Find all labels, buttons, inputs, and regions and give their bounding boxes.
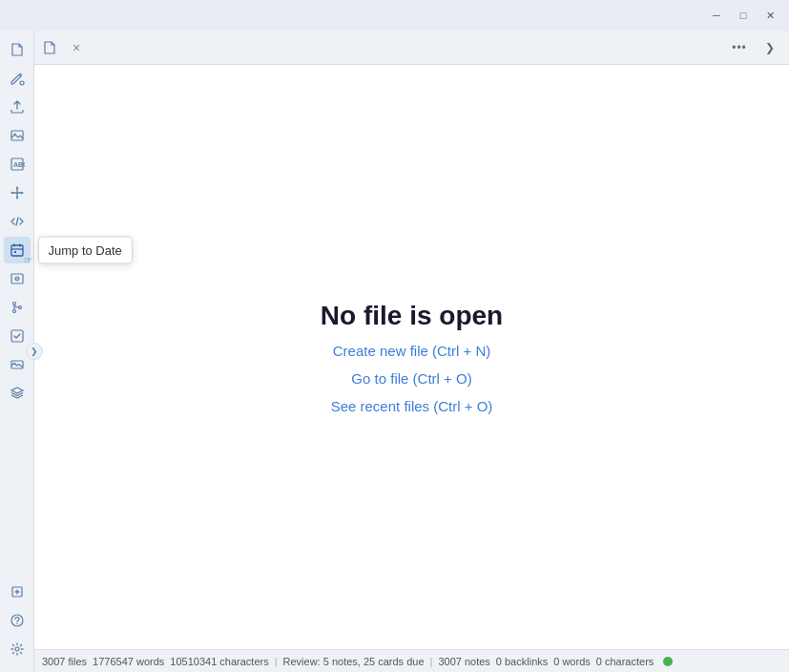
- no-file-title: No file is open: [321, 301, 503, 331]
- collapse-panel-button[interactable]: ❯: [758, 36, 781, 59]
- status-words2: 0 words: [553, 656, 591, 667]
- main-layout: ABC: [0, 31, 789, 672]
- sidebar-item-paint[interactable]: [4, 65, 31, 92]
- svg-point-9: [16, 278, 18, 280]
- tab-bar: × ••• ❯: [34, 31, 789, 65]
- status-characters: 10510341 characters: [170, 656, 268, 667]
- svg-text:ABC: ABC: [13, 161, 25, 168]
- sidebar-item-settings[interactable]: [4, 636, 31, 662]
- status-indicator: [663, 657, 673, 666]
- sidebar-item-tasks[interactable]: [4, 323, 31, 349]
- sidebar-item-code[interactable]: [4, 208, 31, 235]
- sidebar-item-import[interactable]: [4, 578, 31, 605]
- sidebar-item-branch[interactable]: [4, 294, 31, 321]
- svg-rect-13: [11, 330, 23, 342]
- sidebar: ABC: [0, 31, 34, 672]
- sidebar-top: ABC: [4, 36, 31, 578]
- sidebar-item-move[interactable]: [4, 179, 31, 206]
- svg-point-0: [20, 81, 24, 85]
- new-file-tab-icon: [42, 40, 57, 55]
- svg-point-10: [12, 303, 15, 305]
- close-button[interactable]: ✕: [758, 4, 781, 27]
- svg-point-19: [15, 647, 19, 651]
- svg-point-11: [12, 310, 15, 313]
- svg-point-18: [16, 623, 17, 624]
- see-recent-files-link[interactable]: See recent files (Ctrl + O): [331, 398, 493, 414]
- sidebar-item-preview[interactable]: [4, 265, 31, 292]
- svg-point-17: [11, 615, 23, 626]
- status-sep1: |: [275, 656, 278, 667]
- sidebar-item-image[interactable]: [4, 122, 31, 149]
- titlebar: ─ □ ✕: [0, 0, 789, 31]
- sidebar-item-layers[interactable]: [4, 380, 31, 407]
- sidebar-collapse-button[interactable]: ❯: [26, 343, 43, 360]
- sidebar-item-calendar[interactable]: Jump to Date ☞: [4, 237, 31, 263]
- go-to-file-link[interactable]: Go to file (Ctrl + O): [351, 370, 471, 387]
- sidebar-item-text[interactable]: ABC: [4, 151, 31, 178]
- status-files: 3007 files: [42, 656, 87, 667]
- more-options-button[interactable]: •••: [728, 36, 751, 59]
- status-sep2: |: [430, 656, 433, 667]
- tab-close-button[interactable]: ×: [65, 36, 88, 59]
- content-wrapper: × ••• ❯ No file is open Create new file …: [34, 31, 789, 672]
- svg-rect-6: [14, 251, 16, 253]
- svg-rect-5: [11, 245, 23, 256]
- status-bar: 3007 files 1776547 words 10510341 charac…: [34, 649, 789, 672]
- status-words: 1776547 words: [93, 656, 164, 667]
- minimize-button[interactable]: ─: [705, 4, 728, 27]
- maximize-button[interactable]: □: [732, 4, 755, 27]
- status-review: Review: 5 notes, 25 cards due: [283, 656, 425, 667]
- sidebar-bottom: [4, 578, 31, 666]
- sidebar-item-help[interactable]: [4, 607, 31, 634]
- status-notes: 3007 notes: [438, 656, 489, 667]
- main-content: No file is open Create new file (Ctrl + …: [34, 65, 789, 649]
- status-characters2: 0 characters: [596, 656, 654, 667]
- sidebar-item-upload[interactable]: [4, 94, 31, 120]
- create-new-file-link[interactable]: Create new file (Ctrl + N): [333, 343, 490, 359]
- status-backlinks: 0 backlinks: [496, 656, 548, 667]
- sidebar-item-file[interactable]: [4, 36, 31, 63]
